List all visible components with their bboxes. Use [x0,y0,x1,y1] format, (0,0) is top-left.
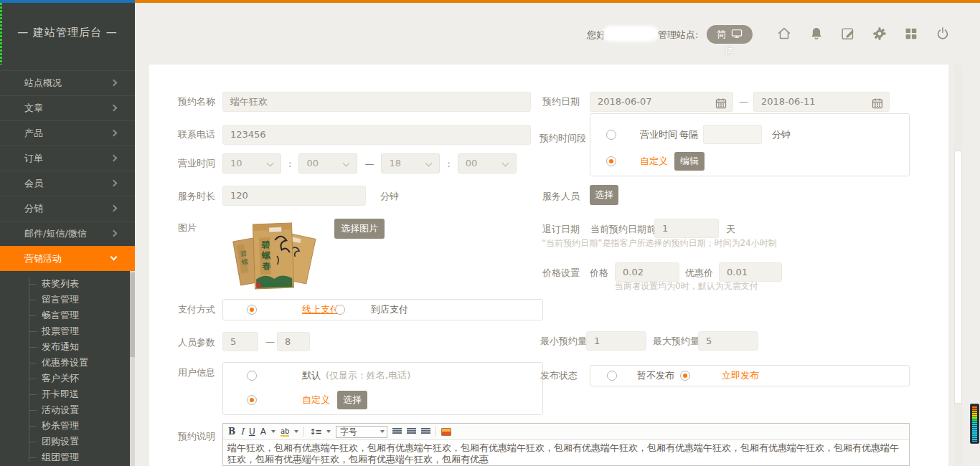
calendar-icon[interactable] [872,97,883,108]
line-height-caret-icon[interactable] [326,430,331,433]
hours-to-minute-select[interactable]: 00 [458,153,517,173]
discount-input[interactable]: 0.01 [719,262,782,282]
price-input[interactable]: 0.02 [615,262,679,282]
insert-image-button[interactable] [441,428,451,436]
timeslot-custom-radio[interactable] [606,156,616,166]
user-info-default-radio[interactable] [247,371,257,381]
line-height-button[interactable]: ↕≡ [309,427,321,437]
font-color-caret-icon[interactable] [271,430,275,433]
edit-icon[interactable] [840,26,856,42]
cancel-prefix-label: 当前预约日期前 [590,224,656,235]
booking-date-to-input[interactable]: 2018-06-11 [753,92,890,112]
discount-label: 优惠价 [685,267,713,279]
online-payment-option[interactable]: 线上支付 [302,304,339,315]
submenu-item-customer-care[interactable]: 客户关怀 [0,371,135,386]
submenu-item-group-mgmt[interactable]: 组团管理 [0,450,135,465]
hours-to-hour-select[interactable]: 18 [381,153,440,173]
contact-phone-input[interactable]: 123456 [222,125,531,145]
sidebar-item-mail-sms-wechat[interactable]: 邮件/短信/微信 [0,221,135,246]
editor-content[interactable]: 端午狂欢，包厢有优惠端午狂欢，包厢有优惠端午狂欢，包厢有优惠端午狂欢，包厢有优惠… [223,440,909,466]
store-payment-option[interactable]: 到店支付 [371,304,408,315]
sidebar-item-marketing-active[interactable]: 营销活动 [0,246,135,271]
submenu-item-coupon-settings[interactable]: 优惠券设置 [0,355,135,371]
timeslot-unit-label: 分钟 [772,129,791,141]
people-min-input[interactable]: 5 [222,332,258,351]
language-switch[interactable]: 简 [707,25,753,44]
chevron-right-icon [110,130,118,137]
highlight-caret-icon[interactable] [294,430,298,433]
hours-from-hour-select[interactable]: 10 [222,153,281,173]
home-icon[interactable] [776,26,792,42]
user-info-custom-radio[interactable] [247,395,257,405]
sidebar-scrollbar-thumb[interactable] [130,272,135,357]
submenu-item-award-list[interactable]: 获奖列表 [0,276,135,292]
staff-choose-button[interactable]: 选择 [590,185,618,205]
font-color-button[interactable]: A [260,427,266,437]
timeslot-custom-option[interactable]: 自定义 [640,156,668,167]
user-info-choose-button[interactable]: 选择 [337,391,367,409]
grid-icon[interactable] [903,26,919,42]
highlight-button[interactable]: ab [281,427,289,437]
underline-button[interactable]: U [249,427,255,437]
sidebar-item-site-overview[interactable]: 站点概况 [0,70,135,95]
calendar-icon[interactable] [715,97,727,108]
user-info-custom-option[interactable]: 自定义 [302,394,330,406]
submenu-item-seckill-mgmt[interactable]: 秒杀管理 [0,418,135,434]
submenu-item-groupbuy-settings[interactable]: 团购设置 [0,434,135,450]
store-payment-radio[interactable] [335,305,345,315]
booking-date-from-input[interactable]: 2018-06-07 [590,92,733,112]
publish-on-option[interactable]: 立即发布 [722,370,759,381]
timeslot-business-radio[interactable] [606,130,616,140]
service-duration-input[interactable]: 120 [222,186,366,206]
submenu-item-vote-mgmt[interactable]: 投票管理 [0,323,135,339]
submenu-item-activity-settings[interactable]: 活动设置 [0,402,135,418]
sidebar-item-orders[interactable]: 订单 [0,146,135,171]
user-info-default-option[interactable]: 默认 [302,370,321,381]
italic-button[interactable]: I [240,427,244,437]
submenu-item-publish-notice[interactable]: 发布通知 [0,339,135,355]
timeslot-edit-button[interactable]: 编辑 [674,152,705,171]
font-size-select[interactable]: 字号 [336,426,387,438]
recorder-level-widget [970,404,979,444]
cancel-note: “当前预约日期”是指客户所选择的预约日期；时间为24小时制 [542,237,777,249]
align-center-button[interactable] [407,428,416,435]
online-payment-radio[interactable] [247,305,257,315]
align-left-button[interactable] [392,428,402,435]
sidebar-item-members[interactable]: 会员 [0,171,135,196]
hours-from-minute-select[interactable]: 00 [298,153,357,173]
svg-text:螺: 螺 [241,258,249,266]
people-count-label: 人员参数 [178,337,215,348]
timeslot-business-option[interactable]: 营业时间 [640,129,677,141]
language-switch-wrap: 体 [725,44,734,57]
duration-unit-label: 分钟 [380,191,399,202]
publish-off-option[interactable]: 暂不发布 [637,370,674,381]
align-right-button[interactable] [421,428,430,435]
min-booking-input[interactable]: 1 [586,331,646,351]
max-booking-input[interactable]: 5 [698,331,758,351]
font-size-caret-icon [380,430,385,433]
booking-name-input[interactable]: 端午狂欢 [222,92,531,112]
timeslot-interval-input[interactable] [703,125,762,144]
booking-name-label: 预约名称 [178,96,215,108]
gear-icon[interactable] [872,26,887,42]
submenu-item-message-mgmt[interactable]: 留言管理 [0,292,135,308]
sidebar-item-products[interactable]: 产品 [0,120,135,146]
cancel-unit-label: 天 [726,224,735,235]
max-booking-label: 最大预约量 [653,336,699,347]
bell-icon[interactable] [809,26,824,42]
submenu-item-card-gift[interactable]: 开卡即送 [0,386,135,402]
sidebar-submenu: 获奖列表 留言管理 畅言管理 投票管理 发布通知 优惠券设置 客户关怀 开卡即送… [0,276,135,465]
sidebar-scrollbar[interactable] [130,271,135,466]
svg-text:碧: 碧 [240,249,248,257]
sidebar-item-distribution[interactable]: 分销 [0,196,135,221]
cancel-days-input[interactable]: 1 [654,219,719,238]
people-max-input[interactable]: 8 [277,332,310,351]
power-icon[interactable] [935,26,951,42]
publish-on-radio[interactable] [680,371,690,381]
sidebar-item-articles[interactable]: 文章 [0,95,135,120]
page-scrollbar-thumb[interactable] [954,151,962,404]
bold-button[interactable]: B [228,427,235,437]
publish-off-radio[interactable] [607,371,617,381]
choose-image-button[interactable]: 选择图片 [334,219,385,239]
submenu-item-changyan-mgmt[interactable]: 畅言管理 [0,308,135,323]
